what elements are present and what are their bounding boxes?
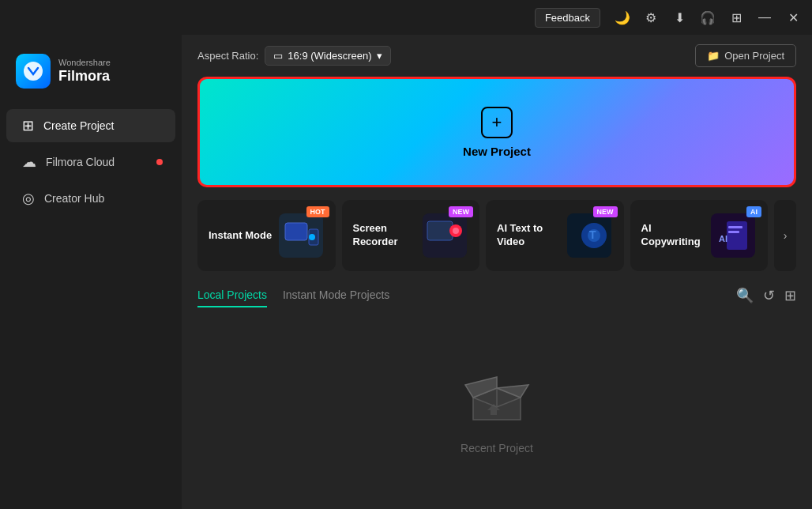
svg-rect-6 [427,221,453,240]
main-layout: Wondershare Filmora ⊞ Create Project ☁ F… [0,35,812,509]
minimize-button[interactable]: — [752,5,777,30]
svg-rect-2 [285,223,307,240]
empty-state: Recent Project [182,311,812,509]
sidebar-item-filmora-cloud[interactable]: ☁ Filmora Cloud [6,145,175,179]
app-logo [16,54,51,89]
feature-tile-ai-text-to-video[interactable]: AI Text to Video T NEW [486,200,624,271]
new-project-plus-icon: + [481,107,513,138]
feature-tile-name: AI Copywriting [641,222,710,249]
monitor-icon: ▭ [273,50,283,62]
svg-rect-16 [728,231,739,233]
ai-text-video-image: T [566,212,613,259]
feature-tile-ai-copywriting[interactable]: AI Copywriting AI AI [630,200,769,271]
feature-tile-name: Screen Recorder [353,222,422,249]
sidebar-item-create-project[interactable]: ⊞ Create Project [6,109,175,142]
tab-local-projects[interactable]: Local Projects [197,284,267,307]
svg-point-8 [453,228,459,234]
theme-toggle-icon[interactable]: 🌙 [610,5,635,30]
toolbar: Aspect Ratio: ▭ 16:9 (Widescreen) ▾ 📁 Op… [182,35,812,77]
refresh-icon[interactable]: ↺ [763,287,775,304]
open-project-label: Open Project [724,50,784,62]
grid-icon[interactable]: ⊞ [724,5,749,30]
aspect-ratio-label: Aspect Ratio: [197,50,258,62]
content-area: Aspect Ratio: ▭ 16:9 (Widescreen) ▾ 📁 Op… [182,35,812,509]
support-icon[interactable]: 🎧 [695,5,720,30]
aspect-ratio-value: 16:9 (Widescreen) [288,50,371,62]
svg-point-0 [24,62,43,81]
feature-tile-instant-mode[interactable]: Instant Mode HOT [197,200,336,271]
open-project-button[interactable]: 📁 Open Project [695,44,796,67]
new-badge: NEW [449,206,473,217]
creator-hub-icon: ◎ [22,190,35,207]
svg-text:AI: AI [719,234,727,243]
screen-recorder-image [421,212,468,259]
projects-tabs: Local Projects Instant Mode Projects 🔍 ↺… [182,277,812,311]
sidebar-item-label: Filmora Cloud [46,156,115,168]
grid-view-icon[interactable]: ⊞ [784,287,796,304]
aspect-ratio-dropdown[interactable]: ▭ 16:9 (Widescreen) ▾ [265,46,390,66]
ai-copywriting-image: AI [709,212,757,259]
create-project-icon: ⊞ [22,117,34,134]
ai-badge: AI [746,206,761,217]
hot-badge: HOT [306,206,329,217]
sidebar: Wondershare Filmora ⊞ Create Project ☁ F… [0,35,182,509]
notification-dot [156,159,163,165]
feature-tile-name: AI Text to Video [497,222,566,249]
sidebar-item-creator-hub[interactable]: ◎ Creator Hub [6,182,175,215]
search-icon[interactable]: 🔍 [736,287,754,304]
svg-point-4 [309,234,315,240]
tabs-actions: 🔍 ↺ ⊞ [736,287,796,304]
feature-tile-screen-recorder[interactable]: Screen Recorder NEW [342,200,480,271]
recent-project-label: Recent Project [461,442,533,454]
brand-name: Wondershare [58,58,111,68]
new-badge: NEW [593,206,618,217]
feature-tile-name: Instant Mode [209,229,272,243]
instant-mode-image [277,212,325,259]
titlebar: Feedback 🌙 ⚙ ⬇ 🎧 ⊞ — ✕ [0,0,812,35]
download-icon[interactable]: ⬇ [667,5,692,30]
settings-icon[interactable]: ⚙ [638,5,664,30]
filmora-cloud-icon: ☁ [22,153,36,171]
svg-rect-15 [728,226,742,228]
empty-box-icon [457,366,536,429]
new-project-banner[interactable]: + New Project [197,77,796,187]
aspect-ratio-selector: Aspect Ratio: ▭ 16:9 (Widescreen) ▾ [197,46,391,66]
svg-rect-14 [727,221,747,250]
more-tiles-button[interactable]: › [774,200,796,271]
product-name: Filmora [58,68,111,85]
tab-instant-mode-projects[interactable]: Instant Mode Projects [283,284,389,307]
folder-icon: 📁 [707,50,720,62]
sidebar-item-label: Creator Hub [44,192,104,205]
close-button[interactable]: ✕ [780,5,806,30]
logo-text: Wondershare Filmora [58,58,111,85]
new-project-label: New Project [463,145,531,158]
svg-point-12 [588,229,600,242]
feature-tiles: Instant Mode HOT Screen Recorder [182,187,812,277]
chevron-down-icon: ▾ [377,50,382,62]
logo-area: Wondershare Filmora [0,47,182,107]
sidebar-item-label: Create Project [43,119,114,132]
feedback-button[interactable]: Feedback [535,8,600,28]
